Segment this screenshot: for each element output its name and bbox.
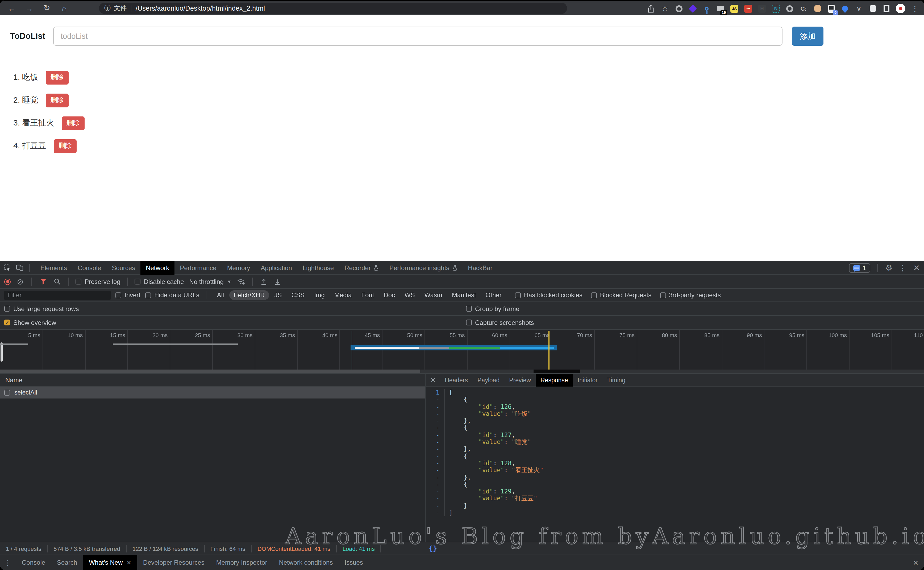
record-network-log-icon[interactable] [4, 278, 11, 285]
network-conditions-icon[interactable] [237, 277, 246, 286]
drawer-tab-console[interactable]: Console [16, 555, 51, 570]
delete-button-3[interactable]: 删除 [61, 116, 84, 130]
filter-type-other[interactable]: Other [481, 290, 506, 300]
filter-type-doc[interactable]: Doc [379, 290, 399, 300]
capture-screenshots-checkbox[interactable]: Capture screenshots [466, 319, 534, 326]
response-tab-payload[interactable]: Payload [473, 374, 504, 386]
forward-icon[interactable]: → [23, 2, 35, 14]
import-har-icon[interactable] [260, 277, 269, 286]
devtools-tab-performance[interactable]: Performance [175, 261, 221, 274]
delete-button-2[interactable]: 删除 [46, 93, 68, 107]
filter-type-ws[interactable]: WS [400, 290, 419, 300]
invert-checkbox[interactable]: Invert [115, 291, 140, 299]
extension-camera-icon[interactable]: 19 [716, 4, 725, 13]
filter-type-wasm[interactable]: Wasm [420, 290, 447, 300]
drawer-tab-developer-resources[interactable]: Developer Resources [137, 555, 210, 570]
reload-icon[interactable]: ↻ [41, 2, 53, 14]
overview-request-bar[interactable] [351, 345, 557, 350]
inspect-element-icon[interactable] [3, 264, 12, 272]
devtools-tab-recorder[interactable]: Recorder [339, 261, 384, 274]
response-tab-timing[interactable]: Timing [602, 374, 630, 386]
drawer-tab-search[interactable]: Search [51, 555, 83, 570]
name-column-header[interactable]: Name [0, 374, 425, 386]
devtools-tab-hackbar[interactable]: HackBar [462, 261, 498, 274]
extension-diamond-icon[interactable] [688, 4, 697, 13]
add-button[interactable]: 添加 [792, 27, 823, 46]
home-icon[interactable]: ⌂ [58, 2, 70, 14]
extension-js-icon[interactable]: JS [730, 4, 739, 13]
filter-type-css[interactable]: CSS [287, 290, 309, 300]
drawer-tab-what-s-new[interactable]: What's New✕ [83, 555, 137, 570]
extension-c-icon[interactable]: C: [799, 4, 808, 13]
search-icon[interactable] [53, 277, 61, 286]
browser-menu-icon[interactable]: ⋮ [910, 4, 920, 13]
export-har-icon[interactable] [274, 277, 282, 286]
extension-card-icon[interactable]: 0 [827, 4, 836, 13]
response-tab-initiator[interactable]: Initiator [573, 374, 602, 386]
drawer-menu-icon[interactable]: ⋮ [0, 559, 16, 567]
extension-balloon-icon[interactable] [841, 4, 850, 13]
devtools-close-icon[interactable]: ✕ [912, 264, 921, 272]
hide-data-urls-checkbox[interactable]: Hide data URLs [145, 291, 199, 299]
extension-face-icon[interactable] [813, 4, 822, 13]
devtools-tab-sources[interactable]: Sources [106, 261, 140, 274]
filter-type-manifest[interactable]: Manifest [448, 290, 480, 300]
devtools-tab-application[interactable]: Application [255, 261, 297, 274]
filter-type-js[interactable]: JS [270, 290, 286, 300]
extension-h-icon[interactable]: H [758, 4, 766, 13]
response-tab-response[interactable]: Response [536, 374, 573, 386]
extension-v-icon[interactable]: V [854, 4, 863, 13]
has-blocked-cookies-checkbox[interactable]: Has blocked cookies [515, 291, 582, 299]
devtools-tab-lighthouse[interactable]: Lighthouse [297, 261, 339, 274]
3rd-party-requests-checkbox[interactable]: 3rd-party requests [660, 291, 721, 299]
use-large-request-rows-checkbox[interactable]: Use large request rows [4, 305, 79, 313]
response-tab-preview[interactable]: Preview [504, 374, 536, 386]
delete-button-4[interactable]: 删除 [54, 139, 76, 153]
devtools-tab-elements[interactable]: Elements [35, 261, 72, 274]
filter-type-font[interactable]: Font [357, 290, 378, 300]
filter-type-media[interactable]: Media [330, 290, 356, 300]
devtools-tab-console[interactable]: Console [72, 261, 106, 274]
extension-pin-icon[interactable] [702, 4, 711, 13]
throttling-select[interactable]: No throttling ▼ [189, 278, 232, 285]
todo-input[interactable] [53, 27, 783, 46]
network-filter-input[interactable] [4, 291, 111, 300]
share-icon[interactable] [646, 4, 655, 13]
extension-notion-icon[interactable]: N [771, 4, 780, 13]
drawer-tab-issues[interactable]: Issues [339, 555, 368, 570]
response-tab-headers[interactable]: Headers [440, 374, 473, 386]
devtools-tab-performance-insights[interactable]: Performance insights [384, 261, 462, 274]
filter-funnel-icon[interactable] [39, 277, 48, 286]
network-overview-timeline[interactable]: 5 ms10 ms15 ms20 ms25 ms30 ms35 ms40 ms4… [0, 329, 924, 374]
preserve-log-checkbox[interactable]: Preserve log [75, 278, 120, 285]
clear-network-log-icon[interactable]: ⊘ [16, 277, 25, 286]
request-row-checkbox[interactable] [4, 389, 10, 395]
drawer-tab-close-icon[interactable]: ✕ [126, 559, 131, 566]
bookmark-star-icon[interactable]: ☆ [660, 4, 670, 13]
page-info-icon[interactable]: ⓘ [104, 4, 111, 13]
disable-cache-checkbox[interactable]: Disable cache [135, 278, 184, 285]
drawer-tab-memory-inspector[interactable]: Memory Inspector [210, 555, 273, 570]
extension-panel-icon[interactable] [882, 4, 891, 13]
overview-resize-handle[interactable] [0, 342, 3, 362]
blocked-requests-checkbox[interactable]: Blocked Requests [591, 291, 651, 299]
delete-button-1[interactable]: 删除 [46, 70, 68, 84]
filter-type-fetch-xhr[interactable]: Fetch/XHR [229, 290, 269, 300]
response-body-viewer[interactable]: 1[- {- "id": 126,- "value": "吃饭"- },- {-… [426, 386, 924, 542]
format-response-button[interactable]: {} [429, 544, 437, 552]
extension-ring-icon[interactable] [674, 4, 683, 13]
group-by-frame-checkbox[interactable]: Group by frame [466, 305, 519, 313]
extensions-puzzle-icon[interactable] [868, 4, 877, 13]
overview-scrollbar[interactable] [0, 369, 924, 374]
extension-password-icon[interactable]: ••• [744, 4, 753, 13]
filter-type-img[interactable]: Img [310, 290, 329, 300]
drawer-tab-network-conditions[interactable]: Network conditions [273, 555, 339, 570]
extension-ring2-icon[interactable] [785, 4, 794, 13]
back-icon[interactable]: ← [6, 2, 18, 14]
address-bar[interactable]: ⓘ 文件 /Users/aaronluo/Desktop/html/index_… [99, 3, 567, 14]
drawer-close-icon[interactable]: ✕ [913, 559, 919, 567]
settings-gear-icon[interactable]: ⚙ [885, 264, 893, 272]
overview-scrollbar-thumb[interactable] [0, 369, 420, 374]
devtools-tab-memory[interactable]: Memory [222, 261, 256, 274]
console-messages-button[interactable]: 1 [849, 263, 870, 273]
